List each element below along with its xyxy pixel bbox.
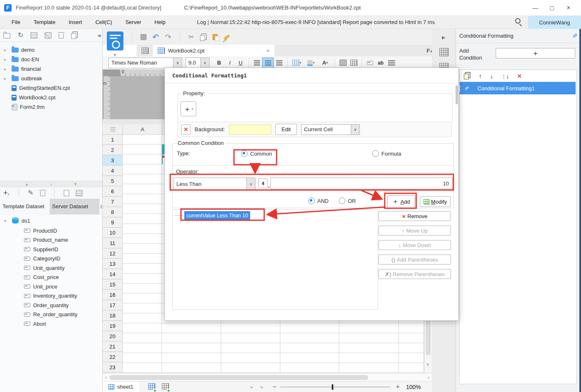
edit-condition-pencil-icon[interactable]: ✎ xyxy=(460,85,473,91)
fill-color-button[interactable]: ▾ xyxy=(304,58,318,68)
dataset-field[interactable]: Abort xyxy=(0,319,102,329)
scroll-down-icon[interactable]: ∨ xyxy=(426,362,429,367)
row-header[interactable]: 18 xyxy=(103,310,123,321)
format-painter-icon[interactable] xyxy=(224,34,230,40)
radio-or[interactable]: OR xyxy=(339,197,356,204)
expand-panel-icon[interactable]: ▶ xyxy=(442,35,445,40)
modify-condition-button[interactable]: Modify xyxy=(420,196,451,207)
file-tree-item[interactable]: Form2.frm xyxy=(0,102,102,112)
bold-button[interactable]: B xyxy=(214,58,224,68)
splitter-up-icon[interactable]: ▲ xyxy=(25,182,29,186)
dataset-field[interactable]: Cost_price xyxy=(0,273,102,282)
template-view-icon[interactable] xyxy=(31,32,37,38)
row-header[interactable]: 20 xyxy=(103,331,123,341)
row-header[interactable]: 22 xyxy=(103,352,123,362)
edit-dataset-icon[interactable]: ✎ xyxy=(28,190,34,196)
condition-clause-item[interactable]: currentValue Less Than 10 xyxy=(184,211,250,220)
menu-item[interactable]: Insert xyxy=(62,16,89,29)
select-all-cells-button[interactable] xyxy=(103,124,123,134)
dataset-panel-handle[interactable]: ‖ xyxy=(100,204,102,210)
settings-icon[interactable] xyxy=(45,32,51,38)
edit-background-button[interactable]: Edit xyxy=(275,124,297,135)
font-size-dropdown-icon[interactable]: ∨ xyxy=(200,58,209,68)
row-header[interactable]: 4 xyxy=(103,166,123,176)
radio-and[interactable]: AND xyxy=(308,197,328,204)
radio-common[interactable]: Common xyxy=(241,150,272,157)
tree-caret-icon[interactable] xyxy=(4,48,9,52)
dataset-field[interactable]: Product_name xyxy=(0,236,102,245)
tab-server-dataset[interactable]: Server Dataset xyxy=(50,199,99,214)
radio-formula[interactable]: Formula xyxy=(372,150,401,157)
row-header[interactable]: 17 xyxy=(103,300,123,310)
splitter-down-icon[interactable]: ▼ xyxy=(74,182,77,186)
dataset-field[interactable]: Order_quantity xyxy=(0,301,102,310)
tab-workbook2[interactable]: WorkBook2.cpt × xyxy=(153,45,275,56)
move-condition-up-icon[interactable]: ↑ xyxy=(479,72,482,79)
remove-clause-button[interactable]: ×Remove xyxy=(378,211,451,221)
add-parentheses-button[interactable]: ()Add Parentheses xyxy=(378,255,451,265)
duplicate-condition-icon[interactable] xyxy=(464,74,469,79)
dataset-field[interactable]: Inventory_quantity xyxy=(0,291,102,301)
radio-or-icon[interactable] xyxy=(339,197,345,204)
next-sheet-icon[interactable]: ▸ xyxy=(261,384,264,390)
preview-dataset-icon[interactable] xyxy=(64,190,69,196)
row-header[interactable]: 15 xyxy=(103,279,123,290)
add-condition-clause-button[interactable]: ＋Add xyxy=(387,195,415,208)
menu-item[interactable]: Template xyxy=(27,16,62,29)
font-size-select[interactable]: 9.0 ∨ xyxy=(186,58,210,68)
row-header[interactable]: 19 xyxy=(103,321,123,331)
copy-icon[interactable] xyxy=(71,33,76,39)
underline-button[interactable]: U xyxy=(235,58,246,68)
tree-caret-icon[interactable] xyxy=(4,67,9,71)
delete-condition-icon[interactable]: × xyxy=(518,72,522,79)
unmerge-cells-icon[interactable] xyxy=(348,58,359,68)
radio-and-icon[interactable] xyxy=(308,197,315,204)
row-header[interactable]: 1 xyxy=(103,135,123,145)
row-header[interactable]: 9 xyxy=(103,217,123,228)
dataset-field[interactable]: CategoryID xyxy=(0,254,102,264)
add-property-button[interactable]: ＋▾ xyxy=(181,101,196,116)
tab-template-dataset[interactable]: Template Dataset xyxy=(0,199,50,214)
dataset-caret-icon[interactable]: ▾ xyxy=(4,219,9,223)
scroll-left-icon[interactable]: ‹ xyxy=(105,374,107,380)
zoom-slider-handle[interactable] xyxy=(332,384,333,390)
text-widget-icon[interactable] xyxy=(364,58,375,68)
zoom-out-icon[interactable]: − xyxy=(272,383,276,391)
sort-conditions-icon[interactable]: ⋮↓ xyxy=(501,72,509,79)
row-header[interactable]: 10 xyxy=(103,228,123,238)
operator-dropdown-icon[interactable]: ∨ xyxy=(246,178,255,190)
value-input[interactable]: 10 xyxy=(270,178,453,189)
background-color-swatch[interactable] xyxy=(229,125,271,135)
cell-attributes-icon[interactable] xyxy=(439,48,448,56)
text-ab-icon[interactable]: ab xyxy=(375,58,386,68)
add-dataset-icon[interactable]: +▾ xyxy=(3,189,10,197)
move-up-button[interactable]: ↑Move Up xyxy=(378,226,451,236)
row-header[interactable]: 13 xyxy=(103,259,123,269)
menu-item[interactable]: File xyxy=(5,16,27,29)
row-header[interactable]: 7 xyxy=(103,197,123,207)
operator-select[interactable]: Less Than ∨ xyxy=(174,178,256,190)
close-button[interactable]: × xyxy=(560,2,577,14)
add-form-sheet-icon[interactable]: ＋ xyxy=(162,383,169,391)
row-lines-icon[interactable] xyxy=(386,58,397,68)
scope-select[interactable]: Current Cell ∨ xyxy=(301,124,360,135)
file-tree-item[interactable]: demo xyxy=(0,45,102,55)
file-tree-item[interactable]: financial xyxy=(0,64,102,74)
zoom-slider[interactable] xyxy=(280,387,390,387)
panel-splitter[interactable]: ▲ = ▼ xyxy=(0,181,102,187)
row-header[interactable]: 23 xyxy=(103,362,123,373)
sheet-tab[interactable]: sheet1 xyxy=(103,382,139,392)
menu-item[interactable]: Server xyxy=(119,16,148,29)
file-tree-item[interactable]: GettingStartedEN.cpt xyxy=(0,83,102,93)
delete-dataset-icon[interactable] xyxy=(40,191,45,196)
grid-horizontal-scrollbar[interactable]: ‹ › xyxy=(103,373,432,381)
remove-parentheses-button[interactable]: ✗)Remove Parentheses xyxy=(378,269,451,279)
minimize-button[interactable]: — xyxy=(527,2,544,14)
dataset-field[interactable]: Re_order_quantity xyxy=(0,310,102,320)
file-tree-item[interactable]: WorkBook2.cpt xyxy=(0,93,102,102)
panel-edit-pencil-icon[interactable]: ✎ xyxy=(572,32,578,40)
row-header[interactable]: 2 xyxy=(103,145,123,155)
search-icon[interactable] xyxy=(515,18,521,24)
font-family-select[interactable]: Times New Roman ∨ xyxy=(108,58,182,68)
save-icon[interactable] xyxy=(140,34,147,40)
